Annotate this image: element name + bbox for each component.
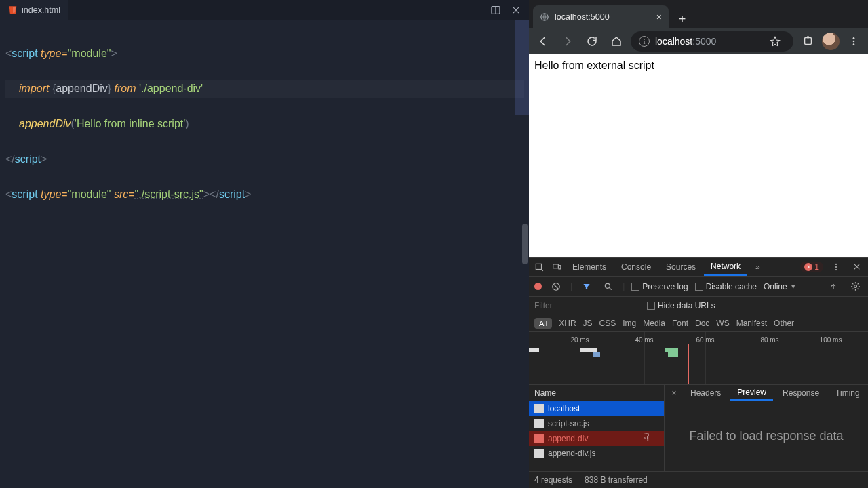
reload-button[interactable]	[582, 31, 602, 52]
disable-cache-checkbox[interactable]: Disable cache	[695, 282, 757, 291]
detail-tab-headers[interactable]: Headers	[684, 385, 728, 401]
throttling-select[interactable]: Online ▼	[764, 282, 797, 291]
chrome-menu-icon[interactable]	[844, 31, 864, 52]
page-viewport: Hello from external script	[529, 54, 868, 257]
chrome-tab-title: localhost:5000	[555, 12, 610, 22]
type-css[interactable]: CSS	[599, 319, 616, 328]
editor-tabbar: index.html	[0, 0, 529, 20]
svg-point-7	[853, 43, 855, 45]
network-timeline[interactable]: 20 ms 40 ms 60 ms 80 ms 100 ms	[529, 332, 868, 385]
device-toolbar-icon[interactable]	[549, 260, 564, 274]
type-xhr[interactable]: XHR	[559, 319, 576, 328]
type-doc[interactable]: Doc	[695, 319, 709, 328]
type-js[interactable]: JS	[583, 319, 593, 328]
svg-rect-10	[559, 265, 561, 268]
devtools-tabrow: Elements Console Sources Network » ×1	[529, 258, 868, 277]
new-tab-button[interactable]: +	[673, 9, 692, 28]
type-other[interactable]: Other	[774, 319, 794, 328]
chrome-tabstrip: localhost:5000 × +	[529, 0, 868, 28]
detail-pane: × Headers Preview Response Timing Failed…	[665, 385, 868, 471]
request-name-header[interactable]: Name	[529, 385, 664, 401]
clear-button[interactable]	[549, 279, 564, 294]
close-detail-icon[interactable]: ×	[667, 388, 681, 398]
network-filter-row: Hide data URLs	[529, 297, 868, 314]
close-tab-icon[interactable]: ×	[656, 12, 662, 22]
url-port: :5000	[692, 36, 716, 47]
editor-tab-index-html[interactable]: index.html	[0, 0, 68, 20]
search-icon[interactable]	[601, 279, 616, 294]
profile-avatar[interactable]	[822, 33, 840, 50]
type-font[interactable]: Font	[672, 319, 688, 328]
svg-point-5	[853, 37, 855, 39]
network-statusbar: 4 requests 838 B transferred	[529, 472, 868, 488]
bookmark-icon[interactable]	[765, 31, 785, 52]
url-host: localhost	[655, 36, 692, 47]
request-count: 4 requests	[534, 475, 572, 485]
filter-input[interactable]	[534, 301, 636, 310]
tab-sources[interactable]: Sources	[659, 258, 703, 276]
chrome-toolbar: i localhost:5000	[529, 28, 868, 54]
home-button[interactable]	[606, 31, 627, 52]
type-ws[interactable]: WS	[716, 319, 729, 328]
svg-point-11	[835, 263, 837, 264]
devtools: Elements Console Sources Network » ×1 | …	[529, 257, 868, 488]
devtools-settings-icon[interactable]	[829, 260, 844, 274]
svg-point-13	[835, 269, 837, 270]
upload-har-icon[interactable]	[826, 279, 841, 294]
filter-icon[interactable]	[579, 279, 594, 294]
detail-body: Failed to load response data	[665, 401, 868, 471]
preserve-log-checkbox[interactable]: Preserve log	[631, 282, 688, 291]
code-area[interactable]: <script type="module"> import {appendDiv…	[0, 20, 529, 488]
inspect-element-icon[interactable]	[532, 260, 547, 274]
svg-rect-9	[553, 264, 559, 268]
editor-scrollbar[interactable]	[522, 20, 529, 488]
type-all[interactable]: All	[534, 318, 552, 329]
page-text: Hello from external script	[534, 60, 863, 72]
hide-data-urls-checkbox[interactable]: Hide data URLs	[647, 301, 715, 310]
file-icon	[534, 419, 544, 428]
svg-point-6	[853, 40, 855, 42]
svg-point-16	[854, 285, 856, 288]
globe-icon	[540, 12, 549, 22]
split-editor-icon[interactable]	[488, 3, 503, 18]
forward-button[interactable]	[557, 31, 578, 52]
tab-elements[interactable]: Elements	[566, 258, 613, 276]
request-list: Name localhost script-src.js append-div …	[529, 385, 665, 471]
chrome-tab-localhost[interactable]: localhost:5000 ×	[533, 5, 669, 28]
network-settings-icon[interactable]	[848, 279, 863, 294]
editor-pane: index.html <script type="module"> import…	[0, 0, 529, 488]
transfer-size: 838 B transferred	[585, 475, 648, 485]
request-row-script-src[interactable]: script-src.js	[529, 416, 664, 431]
devtools-close-icon[interactable]	[849, 260, 864, 274]
request-row-append-div-js[interactable]: append-div.js	[529, 446, 664, 461]
svg-rect-3	[804, 38, 811, 45]
url-bar[interactable]: i localhost:5000	[631, 31, 793, 52]
tab-more[interactable]: »	[749, 258, 767, 276]
editor-tab-label: index.html	[22, 5, 60, 15]
detail-tab-response[interactable]: Response	[776, 385, 826, 401]
error-badge[interactable]: ×1	[800, 262, 823, 272]
svg-point-15	[605, 283, 610, 288]
request-row-localhost[interactable]: localhost	[529, 401, 664, 416]
html-file-icon	[8, 5, 18, 15]
extensions-icon[interactable]	[797, 31, 818, 52]
close-editor-icon[interactable]	[509, 3, 524, 18]
request-row-append-div[interactable]: append-div	[529, 431, 664, 446]
type-media[interactable]: Media	[643, 319, 665, 328]
type-img[interactable]: Img	[623, 319, 636, 328]
detail-tab-preview[interactable]: Preview	[730, 385, 773, 401]
site-info-icon[interactable]: i	[639, 36, 650, 47]
svg-rect-4	[807, 36, 809, 38]
type-manifest[interactable]: Manifest	[736, 319, 767, 328]
tab-console[interactable]: Console	[614, 258, 658, 276]
browser-pane: localhost:5000 × + i localhost:5000 Hell…	[529, 0, 868, 488]
record-button[interactable]	[534, 283, 542, 290]
tab-network[interactable]: Network	[704, 258, 747, 276]
svg-point-12	[835, 266, 837, 267]
detail-tab-timing[interactable]: Timing	[829, 385, 867, 401]
back-button[interactable]	[533, 31, 553, 52]
file-icon	[534, 449, 544, 458]
svg-rect-8	[536, 264, 541, 269]
file-icon	[534, 434, 544, 443]
network-toolbar: | | Preserve log Disable cache Online ▼	[529, 277, 868, 297]
